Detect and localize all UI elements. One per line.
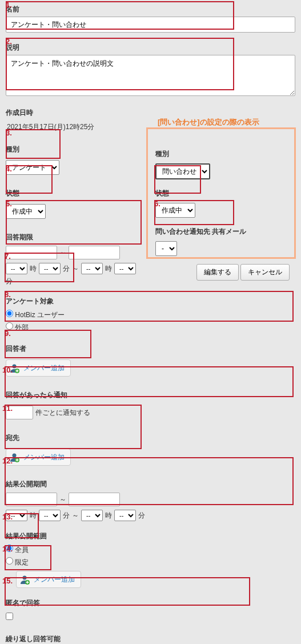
label-pubperiod: 結果公開期間 [6, 476, 145, 489]
label-notify: 回答があったら通知 [6, 387, 128, 400]
label-repeat: 繰り返し回答可能 [6, 631, 295, 644]
anno-num-13: 13. [2, 513, 13, 521]
label-dest: 宛先 [6, 430, 295, 443]
svg-point-0 [13, 365, 17, 369]
anno-num-9: 9. [5, 329, 11, 338]
section-status: 状態 作成中 [1, 185, 133, 222]
callout-dest-select[interactable]: - [155, 241, 177, 256]
pubscope-opt2-label[interactable]: 限定 [6, 558, 29, 566]
deadline-h2[interactable]: -- [81, 263, 103, 274]
callout-status-select[interactable]: 作成中 [155, 203, 195, 218]
label-status: 状態 [6, 185, 128, 198]
textarea-desc[interactable]: アンケート・問い合わせの説明文 [6, 55, 295, 96]
callout-type-label: 種別 [155, 146, 290, 159]
section-name: 名前 [1, 1, 300, 33]
select-type[interactable]: アンケート [6, 160, 59, 175]
deadline-date-from[interactable] [6, 246, 57, 259]
deadline-sep: ～ [59, 248, 66, 258]
callout-title: [問い合わせ]の設定の際の表示 [158, 117, 259, 127]
label-pubscope: 結果公開範囲 [6, 528, 295, 541]
anno-num-6: 6. [154, 199, 160, 208]
section-dest: 宛先 メンバー追加 [1, 430, 300, 469]
section-type: 種別 アンケート [1, 141, 133, 178]
anno-num-3: 3. [6, 129, 12, 137]
svg-point-2 [13, 454, 17, 458]
callout-edit-button[interactable]: 編集する [196, 264, 239, 281]
section-responder: 回答者 メンバー追加 [1, 341, 300, 380]
label-responder: 回答者 [6, 341, 295, 354]
section-pubperiod: 結果公開期間 ～ -- 時 -- 分 ～ -- 時 -- 分 [1, 476, 150, 521]
section-anon: 匿名で回答 [1, 595, 300, 624]
pubscope-add-button[interactable]: メンバー追加 [16, 571, 81, 588]
pub-m2[interactable]: -- [114, 510, 136, 521]
deadline-date-to[interactable] [69, 246, 120, 259]
notify-suffix: 件ごとに通知する [35, 408, 90, 418]
anno-num-8: 8. [5, 290, 11, 299]
label-type: 種別 [6, 141, 128, 154]
section-desc: 説明 アンケート・問い合わせの説明文 [1, 39, 300, 98]
label-created: 作成日時 [6, 105, 295, 118]
deadline-m1[interactable]: -- [39, 263, 61, 274]
anno-num-11: 11. [2, 404, 13, 413]
callout-type-select[interactable]: 問い合わせ [155, 163, 210, 179]
label-desc: 説明 [6, 39, 295, 53]
target-opt1-radio[interactable] [6, 310, 13, 317]
dest-add-button[interactable]: メンバー追加 [6, 449, 71, 466]
label-deadline: 回答期限 [6, 229, 137, 242]
anno-num-12: 12. [2, 457, 13, 465]
form-container: 名前 説明 アンケート・問い合わせの説明文 作成日時 2021年5月17日(月)… [0, 0, 301, 644]
anno-num-1: 1. [6, 1, 12, 9]
target-opt1-label[interactable]: HotBiz ユーザー [6, 311, 65, 319]
member-add-icon [19, 574, 30, 585]
anno-num-5: 5. [6, 199, 12, 208]
row-type-callout: 種別 アンケート 状態 作成中 回答期限 ～ [1, 141, 300, 286]
anno-num-4: 4. [6, 165, 12, 173]
label-target: アンケート対象 [6, 293, 128, 306]
anno-num-14: 14. [2, 545, 13, 553]
callout-panel: 種別 問い合わせ 状態 作成中 問い合わせ通知先 共有メール - 編集する キ [150, 141, 295, 287]
callout-status-label: 状態 [155, 185, 290, 198]
section-target: アンケート対象 HotBiz ユーザー 外部 [1, 293, 133, 334]
section-notify: 回答があったら通知 件ごとに通知する [1, 387, 133, 423]
pub-h2[interactable]: -- [81, 510, 103, 521]
responder-add-button[interactable]: メンバー追加 [6, 359, 71, 377]
pub-date-to[interactable] [69, 493, 120, 506]
label-name: 名前 [6, 1, 295, 14]
callout-cancel-button[interactable]: キャンセル [240, 264, 290, 281]
anno-num-2: 2. [6, 37, 12, 46]
callout-dest-label: 問い合わせ通知先 共有メール [155, 223, 290, 237]
anon-checkbox[interactable] [6, 613, 13, 620]
deadline-m2[interactable]: -- [114, 263, 136, 274]
label-anon: 匿名で回答 [6, 595, 295, 608]
anno-num-15: 15. [2, 577, 13, 585]
section-repeat: 繰り返し回答可能 [1, 631, 300, 644]
anno-num-7: 7. [5, 252, 11, 261]
section-pubscope: 結果公開範囲 全員 限定 メンバー追加 [1, 528, 300, 588]
section-deadline: 回答期限 ～ -- 時 -- 分 ～ -- 時 -- 分 [1, 229, 141, 286]
pub-m1[interactable]: -- [39, 510, 61, 521]
anno-num-10: 10. [2, 366, 13, 374]
input-name[interactable] [6, 17, 295, 33]
deadline-h1[interactable]: -- [6, 263, 27, 274]
svg-point-4 [23, 576, 27, 580]
pubscope-opt2-radio[interactable] [6, 557, 13, 565]
pub-date-from[interactable] [6, 493, 57, 506]
